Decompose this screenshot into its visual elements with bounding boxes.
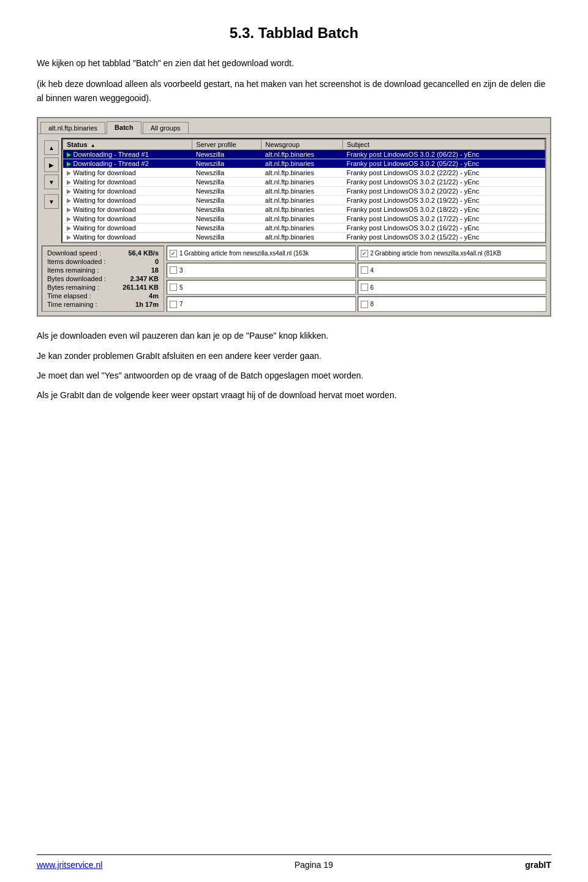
thread-checkbox[interactable] <box>170 301 177 308</box>
thread-checkbox[interactable] <box>170 266 177 274</box>
status-arrow-icon <box>67 198 71 203</box>
thread-text: Grabbing article from newszilla.xs4all.n… <box>184 250 309 257</box>
footer-page-number: Pagina 19 <box>295 860 333 870</box>
col-newsgroup[interactable]: Newsgroup <box>262 140 343 150</box>
intro-para-1: We kijken op het tabblad "Batch" en zien… <box>37 56 551 70</box>
download-thread-item[interactable]: 7 <box>167 296 356 312</box>
status-arrow-icon <box>67 189 71 194</box>
stat-items-remaining: Items remaining : 18 <box>47 266 159 274</box>
download-thread-item[interactable]: 1Grabbing article from newszilla.xs4all.… <box>167 246 356 261</box>
batch-table: Status ▲ Server profile Newsgroup Subjec… <box>62 139 545 242</box>
data-table-wrapper: Status ▲ Server profile Newsgroup Subjec… <box>61 138 546 243</box>
col-status[interactable]: Status ▲ <box>63 140 192 150</box>
nav-up-button[interactable]: ▲ <box>44 140 59 155</box>
page-content: 5.3. Tabblad Batch We kijken op het tabb… <box>0 0 588 458</box>
app-window: alt.nl.ftp.binaries Batch All groups ▲ ▶… <box>37 117 551 317</box>
status-arrow-icon <box>67 208 71 213</box>
stats-area: Download speed : 56,4 KB/s Items downloa… <box>42 246 546 312</box>
intro-para-2: (ik heb deze download alleen als voorbee… <box>37 77 551 105</box>
thread-number: 1 <box>179 250 183 257</box>
main-area: ▲ ▶ ▼ ▼ Status ▲ Server profile <box>42 138 546 243</box>
tab-batch[interactable]: Batch <box>107 121 141 134</box>
table-row[interactable]: Waiting for downloadNewszillaalt.nl.ftp.… <box>63 187 545 196</box>
table-row[interactable]: Waiting for downloadNewszillaalt.nl.ftp.… <box>63 196 545 205</box>
thread-number: 6 <box>371 284 374 291</box>
nav-down-button[interactable]: ▼ <box>44 175 59 189</box>
thread-number: 8 <box>371 301 374 307</box>
table-header-row: Status ▲ Server profile Newsgroup Subjec… <box>63 140 545 150</box>
table-row[interactable]: Downloading - Thread #1Newszillaalt.nl.f… <box>63 150 545 159</box>
page-title: 5.3. Tabblad Batch <box>37 24 551 42</box>
stat-bytes-remaining: Bytes remaining : 261.141 KB <box>47 283 159 292</box>
status-arrow-icon <box>67 235 71 240</box>
col-server[interactable]: Server profile <box>192 140 262 150</box>
thread-checkbox[interactable] <box>361 301 368 308</box>
status-arrow-icon <box>67 162 71 167</box>
side-nav: ▲ ▶ ▼ ▼ <box>42 138 61 243</box>
table-row[interactable]: Waiting for downloadNewszillaalt.nl.ftp.… <box>63 205 545 214</box>
thread-number: 3 <box>179 267 183 274</box>
nav-right-button[interactable]: ▶ <box>44 157 59 172</box>
para-1: Als je downloaden even wil pauzeren dan … <box>37 329 551 342</box>
download-thread-item[interactable]: 6 <box>358 280 547 295</box>
status-arrow-icon <box>67 226 71 231</box>
col-subject[interactable]: Subject <box>343 140 545 150</box>
table-body: Downloading - Thread #1Newszillaalt.nl.f… <box>63 150 545 242</box>
nav-down2-button[interactable]: ▼ <box>44 194 59 209</box>
thread-checkbox[interactable] <box>361 250 368 257</box>
stats-panel: Download speed : 56,4 KB/s Items downloa… <box>42 246 164 312</box>
tab-allgroups[interactable]: All groups <box>143 122 189 134</box>
status-arrow-icon <box>67 180 71 185</box>
window-body: ▲ ▶ ▼ ▼ Status ▲ Server profile <box>38 134 550 315</box>
download-thread-item[interactable]: 4 <box>358 263 547 278</box>
status-arrow-icon <box>67 171 71 176</box>
thread-checkbox[interactable] <box>170 250 177 257</box>
stat-download-speed: Download speed : 56,4 KB/s <box>47 249 159 257</box>
thread-checkbox[interactable] <box>361 266 368 274</box>
download-thread-item[interactable]: 8 <box>358 296 547 312</box>
para-4: Als je GrabIt dan de volgende keer weer … <box>37 388 551 402</box>
thread-checkbox[interactable] <box>361 284 368 291</box>
table-row[interactable]: Waiting for downloadNewszillaalt.nl.ftp.… <box>63 224 545 233</box>
footer-brand: grabIT <box>525 860 551 870</box>
download-thread-item[interactable]: 5 <box>167 280 356 295</box>
table-row[interactable]: Waiting for downloadNewszillaalt.nl.ftp.… <box>63 168 545 178</box>
tab-bar: alt.nl.ftp.binaries Batch All groups <box>38 118 550 134</box>
thread-checkbox[interactable] <box>170 284 177 291</box>
thread-number: 5 <box>179 284 183 291</box>
footer-link[interactable]: www.jritservice.nl <box>37 860 102 870</box>
thread-number: 7 <box>179 301 183 307</box>
table-row[interactable]: Downloading - Thread #2Newszillaalt.nl.f… <box>63 159 545 168</box>
para-2: Je kan zonder problemen GrabIt afsluiten… <box>37 349 551 363</box>
status-arrow-icon <box>67 153 71 157</box>
download-threads-grid: 1Grabbing article from newszilla.xs4all.… <box>167 246 546 312</box>
thread-text: Grabbing article from newszilla.xs4all.n… <box>375 250 501 257</box>
page-footer: www.jritservice.nl Pagina 19 grabIT <box>37 854 551 870</box>
table-row[interactable]: Waiting for downloadNewszillaalt.nl.ftp.… <box>63 178 545 187</box>
stat-time-remaining: Time remaining : 1h 17m <box>47 300 159 309</box>
table-row[interactable]: Waiting for downloadNewszillaalt.nl.ftp.… <box>63 214 545 224</box>
table-row[interactable]: Waiting for downloadNewszillaalt.nl.ftp.… <box>63 233 545 242</box>
status-arrow-icon <box>67 217 71 222</box>
thread-number: 4 <box>371 267 374 274</box>
stat-time-elapsed: Time elapsed : 4m <box>47 292 159 300</box>
tab-binaries[interactable]: alt.nl.ftp.binaries <box>40 122 105 134</box>
download-thread-item[interactable]: 3 <box>167 263 356 278</box>
stat-bytes-downloaded: Bytes downloaded : 2.347 KB <box>47 274 159 283</box>
download-thread-item[interactable]: 2Grabbing article from newszilla.xs4all.… <box>358 246 547 261</box>
thread-number: 2 <box>371 250 374 257</box>
stat-items-downloaded: Items downloaded : 0 <box>47 257 159 266</box>
para-3: Je moet dan wel "Yes" antwoorden op de v… <box>37 369 551 382</box>
